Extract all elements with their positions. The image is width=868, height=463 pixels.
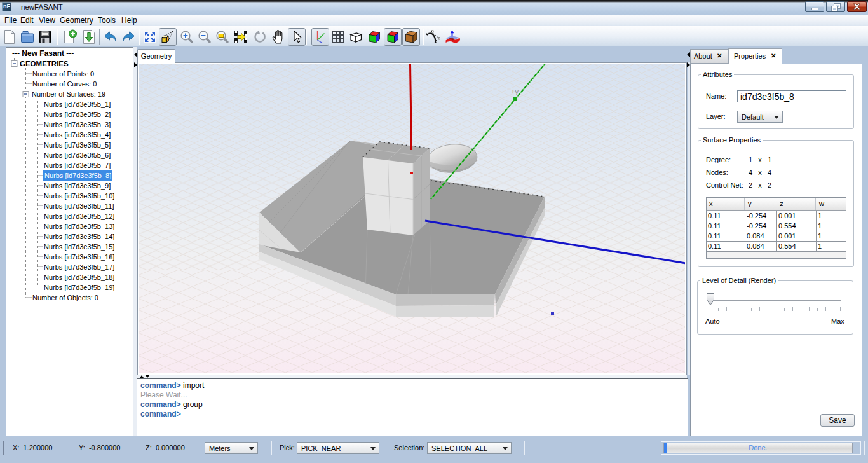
- svg-text:+y: +y: [511, 88, 519, 95]
